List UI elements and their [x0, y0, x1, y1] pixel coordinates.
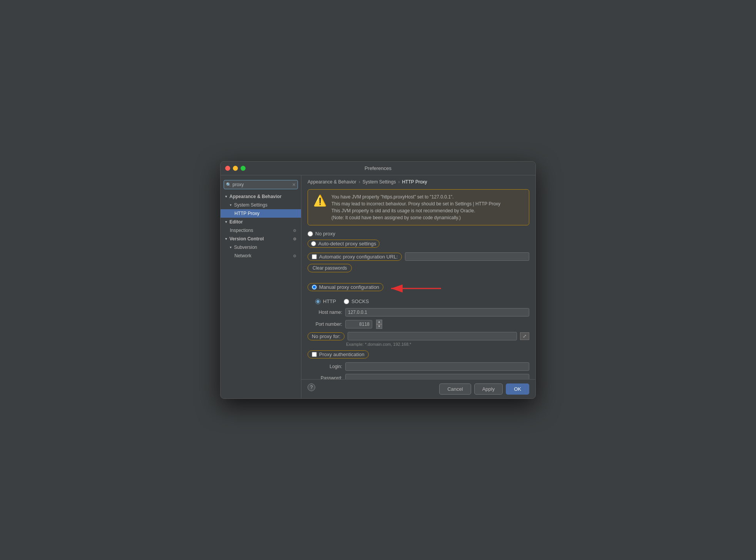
http-protocol-option[interactable]: HTTP	[315, 298, 336, 304]
sidebar-item-label: System Settings	[234, 202, 268, 208]
sidebar-item-version-control[interactable]: ▾ Version Control ⚙	[221, 235, 301, 243]
password-label: Password:	[308, 375, 342, 379]
auto-proxy-config-label: Automatic proxy configuration URL:	[319, 254, 398, 260]
search-box: 🔍 ✕	[224, 180, 298, 189]
apply-button[interactable]: Apply	[474, 383, 503, 395]
sidebar-item-subversion[interactable]: ▾ Subversion	[221, 243, 301, 252]
ok-button[interactable]: OK	[506, 383, 529, 395]
help-button[interactable]: ?	[308, 383, 315, 391]
auto-proxy-label-box: Automatic proxy configuration URL:	[308, 253, 402, 261]
login-row: Login:	[308, 362, 529, 371]
warning-text: You have JVM property "https.proxyHost" …	[331, 193, 500, 221]
no-proxy-label-box: No proxy for:	[308, 332, 345, 340]
sidebar-item-inspections[interactable]: Inspections ⚙	[221, 226, 301, 235]
sidebar-item-label: Network	[234, 253, 251, 258]
port-number-row: Port number: ▲ ▼	[308, 320, 529, 329]
host-input[interactable]	[345, 308, 529, 317]
close-button[interactable]	[225, 166, 230, 171]
manual-proxy-label: Manual proxy configuration	[319, 284, 379, 290]
settings-icon: ⚙	[293, 254, 296, 258]
login-input[interactable]	[345, 362, 529, 371]
breadcrumb-sep1: ›	[359, 179, 360, 185]
auto-proxy-url-input[interactable]	[405, 252, 529, 261]
preferences-window: Preferences 🔍 ✕ ▾ Appearance & Behavior …	[220, 161, 536, 399]
search-clear-icon[interactable]: ✕	[292, 182, 296, 187]
chevron-down-icon: ▾	[230, 245, 232, 249]
sidebar: 🔍 ✕ ▾ Appearance & Behavior ▾ System Set…	[221, 175, 301, 398]
sidebar-item-system-settings[interactable]: ▾ System Settings	[221, 201, 301, 209]
port-up-button[interactable]: ▲	[376, 320, 382, 324]
warning-icon: ⚠️	[313, 194, 327, 221]
proxy-auth-header: Proxy authentication	[308, 350, 369, 358]
protocol-row: HTTP SOCKS	[315, 298, 529, 304]
host-label: Host name:	[308, 310, 342, 315]
login-label: Login:	[308, 364, 342, 369]
no-proxy-label: No proxy	[315, 231, 335, 237]
auto-proxy-url-row: Automatic proxy configuration URL:	[308, 252, 529, 261]
breadcrumb-part1: Appearance & Behavior	[308, 179, 356, 185]
proxy-auth-checkbox[interactable]	[312, 352, 317, 357]
sidebar-item-label: Version Control	[229, 236, 264, 242]
auto-detect-radio[interactable]	[311, 241, 316, 246]
password-row: Password:	[308, 374, 529, 379]
manual-proxy-header: Manual proxy configuration	[308, 283, 383, 291]
port-down-button[interactable]: ▼	[376, 324, 382, 329]
sidebar-item-label: HTTP Proxy	[234, 211, 259, 216]
password-input[interactable]	[345, 374, 529, 379]
sidebar-item-label: Appearance & Behavior	[229, 194, 281, 199]
warning-box: ⚠️ You have JVM property "https.proxyHos…	[308, 189, 529, 225]
settings-content: ⚠️ You have JVM property "https.proxyHos…	[301, 187, 535, 379]
port-input[interactable]	[345, 320, 372, 328]
breadcrumb-sep2: ›	[398, 179, 400, 185]
example-text: Example: *.domain.com, 192.168.*	[346, 342, 529, 347]
manual-proxy-radio[interactable]	[312, 285, 317, 290]
socks-label: SOCKS	[351, 298, 369, 304]
socks-protocol-option[interactable]: SOCKS	[344, 298, 369, 304]
proxy-radio-group: No proxy Auto-detect proxy settings	[308, 231, 529, 248]
port-label: Port number:	[308, 322, 342, 327]
main-panel: Appearance & Behavior › System Settings …	[301, 175, 535, 398]
port-spinner: ▲ ▼	[376, 320, 382, 329]
chevron-down-icon: ▾	[225, 220, 227, 224]
chevron-down-icon: ▾	[225, 195, 227, 198]
no-proxy-row: No proxy for: ⤢	[308, 332, 529, 340]
chevron-down-icon: ▾	[230, 203, 232, 207]
expand-button[interactable]: ⤢	[520, 332, 529, 340]
settings-icon: ⚙	[293, 228, 296, 233]
annotation-arrow	[387, 282, 441, 295]
auto-detect-label: Auto-detect proxy settings	[318, 241, 376, 247]
window-controls	[225, 166, 246, 171]
proxy-auth-label: Proxy authentication	[319, 352, 365, 357]
footer: ? Cancel Apply OK	[301, 379, 535, 398]
clear-passwords-row: Clear passwords	[308, 264, 529, 277]
cancel-button[interactable]: Cancel	[439, 383, 471, 395]
breadcrumb-part3: HTTP Proxy	[402, 179, 427, 185]
sidebar-item-appearance-behavior[interactable]: ▾ Appearance & Behavior	[221, 192, 301, 201]
titlebar: Preferences	[221, 162, 535, 175]
search-input[interactable]	[224, 180, 298, 189]
clear-passwords-button[interactable]: Clear passwords	[308, 264, 352, 272]
http-radio[interactable]	[315, 299, 321, 304]
sidebar-item-label: Subversion	[234, 245, 257, 250]
no-proxy-radio[interactable]	[308, 231, 313, 237]
host-name-row: Host name:	[308, 308, 529, 317]
no-proxy-input[interactable]	[348, 332, 517, 340]
socks-radio[interactable]	[344, 299, 349, 304]
breadcrumb-part2: System Settings	[363, 179, 396, 185]
sidebar-item-network[interactable]: Network ⚙	[221, 252, 301, 260]
maximize-button[interactable]	[241, 166, 246, 171]
sidebar-item-editor[interactable]: ▾ Editor	[221, 218, 301, 226]
chevron-down-icon: ▾	[225, 237, 227, 241]
sidebar-item-http-proxy[interactable]: HTTP Proxy	[221, 209, 301, 218]
http-label: HTTP	[323, 298, 336, 304]
window-title: Preferences	[365, 165, 391, 171]
auto-proxy-checkbox[interactable]	[312, 254, 317, 259]
manual-proxy-section: Manual proxy configuration	[308, 282, 529, 347]
sidebar-item-label: Inspections	[230, 228, 253, 233]
no-proxy-label: No proxy for:	[312, 333, 340, 339]
main-layout: 🔍 ✕ ▾ Appearance & Behavior ▾ System Set…	[221, 175, 535, 398]
settings-icon: ⚙	[293, 237, 296, 241]
minimize-button[interactable]	[233, 166, 238, 171]
no-proxy-option[interactable]: No proxy	[308, 231, 529, 237]
auto-detect-option[interactable]: Auto-detect proxy settings	[308, 240, 380, 248]
